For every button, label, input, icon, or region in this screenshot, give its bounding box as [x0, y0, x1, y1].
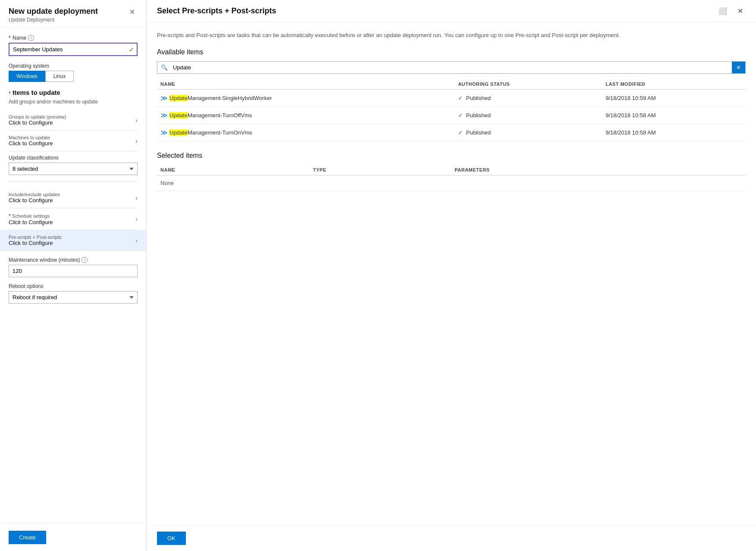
published-check-2: ✓ [458, 112, 463, 119]
schedule-label-text: Schedule settings [12, 213, 50, 219]
classifications-label: Update classifications [9, 155, 138, 161]
name-check-icon: ✓ [129, 46, 134, 53]
search-icon: 🔍 [157, 62, 171, 73]
maximize-button[interactable]: ⬜ [716, 6, 730, 16]
ok-button[interactable]: OK [157, 532, 186, 545]
row1-name: ≫ UpdateManagement-SingleHybridWorker [157, 89, 455, 106]
selected-items-table: NAME TYPE PARAMETERS None [157, 165, 746, 191]
close-right-panel-button[interactable]: ✕ [735, 6, 746, 16]
available-items-tbody: ≫ UpdateManagement-SingleHybridWorker ✓ … [157, 89, 746, 141]
search-bar: 🔍 ✕ [157, 61, 746, 74]
name-label-text: Name [13, 35, 26, 41]
schedule-config-item[interactable]: * Schedule settings Click to Configure › [9, 208, 138, 230]
maintenance-label-text: Maintenance window (minutes) [9, 257, 80, 263]
search-input[interactable] [171, 62, 732, 73]
schedule-label: * Schedule settings [9, 213, 53, 219]
maintenance-input[interactable] [9, 265, 138, 277]
prescripts-config-item[interactable]: Pre-scripts + Post-scripts Click to Conf… [0, 230, 146, 251]
machines-config-item[interactable]: Machines to update Click to Configure › [9, 131, 138, 151]
os-buttons: Windows Linux [9, 71, 138, 82]
col-authoring-header: AUTHORING STATUS [455, 79, 602, 90]
table-row[interactable]: ≫ UpdateManagement-TurnOnVms ✓ Published… [157, 124, 746, 141]
items-section-desc: Add groups and/or machines to update [9, 99, 138, 105]
items-required-star: * [9, 90, 11, 97]
col-name-header: NAME [157, 79, 455, 90]
groups-config-label: Groups to update (preview) [9, 114, 66, 119]
available-items-table: NAME AUTHORING STATUS LAST MODIFIED ≫ Up… [157, 79, 746, 141]
include-exclude-config-item[interactable]: Include/exclude updates Click to Configu… [9, 188, 138, 208]
description-text: Pre-scripts and Post-scripts are tasks t… [157, 31, 746, 40]
selected-col-name-header: NAME [157, 165, 310, 175]
name-required-star: * [9, 34, 11, 41]
table-row[interactable]: ≫ UpdateManagement-SingleHybridWorker ✓ … [157, 89, 746, 106]
panel-subtitle: Update Deployment [9, 17, 98, 23]
reboot-row: Reboot options Reboot if required Always… [9, 283, 138, 304]
published-check-1: ✓ [458, 95, 463, 101]
os-label: Operating system [9, 63, 138, 69]
panel-title: New update deployment [9, 7, 98, 16]
right-header-icons: ⬜ ✕ [716, 6, 746, 16]
row2-modified: 9/18/2018 10:58 AM [602, 106, 746, 124]
maintenance-label: Maintenance window (minutes) i [9, 257, 138, 263]
selected-col-type-header: TYPE [310, 165, 451, 175]
include-exclude-label: Include/exclude updates [9, 192, 60, 197]
machines-config-value: Click to Configure [9, 140, 53, 147]
right-header: Select Pre-scripts + Post-scripts ⬜ ✕ [147, 0, 756, 22]
row3-status: ✓ Published [455, 124, 602, 141]
machines-chevron-icon: › [135, 138, 138, 144]
selected-items-section: Selected items NAME TYPE PARAMETERS None [157, 152, 746, 191]
published-check-3: ✓ [458, 129, 463, 136]
os-windows-button[interactable]: Windows [9, 71, 45, 82]
row1-name-cell: ≫ UpdateManagement-SingleHybridWorker [160, 94, 451, 102]
name-field-label: * Name i [9, 34, 138, 41]
row2-name-text: UpdateManagement-TurnOffVms [169, 112, 252, 119]
left-footer: Create [0, 523, 146, 551]
name-input-wrapper: ✓ [9, 43, 138, 56]
left-header: New update deployment Update Deployment … [0, 0, 146, 28]
maintenance-info-icon[interactable]: i [82, 257, 88, 263]
available-table-header-row: NAME AUTHORING STATUS LAST MODIFIED [157, 79, 746, 90]
classifications-select[interactable]: 8 selected [9, 163, 138, 175]
prescripts-chevron-icon: › [135, 237, 138, 244]
right-panel: Select Pre-scripts + Post-scripts ⬜ ✕ Pr… [147, 0, 756, 551]
schedule-required-star: * [9, 213, 11, 219]
groups-config-text: Groups to update (preview) Click to Conf… [9, 114, 66, 126]
maintenance-row: Maintenance window (minutes) i [9, 257, 138, 277]
name-info-icon[interactable]: i [28, 35, 34, 41]
name-input[interactable] [9, 43, 138, 56]
right-panel-title: Select Pre-scripts + Post-scripts [157, 6, 276, 16]
machines-config-label: Machines to update [9, 135, 53, 140]
os-section: Operating system Windows Linux [9, 63, 138, 82]
close-left-panel-button[interactable]: ✕ [127, 7, 138, 17]
left-header-text: New update deployment Update Deployment [9, 7, 98, 23]
prescripts-text: Pre-scripts + Post-scripts Click to Conf… [9, 235, 62, 246]
left-body: * Name i ✓ Operating system Windows Linu… [0, 28, 146, 523]
os-linux-button[interactable]: Linux [45, 71, 74, 82]
row3-name-text: UpdateManagement-TurnOnVms [169, 129, 252, 136]
prescripts-label: Pre-scripts + Post-scripts [9, 235, 62, 240]
left-panel: New update deployment Update Deployment … [0, 0, 147, 551]
items-section-title: Items to update [13, 89, 60, 96]
right-body: Pre-scripts and Post-scripts are tasks t… [147, 22, 756, 525]
groups-config-item[interactable]: Groups to update (preview) Click to Conf… [9, 110, 138, 131]
name-field-row: * Name i ✓ [9, 34, 138, 56]
row2-name: ≫ UpdateManagement-TurnOffVms [157, 106, 455, 124]
row3-name-cell: ≫ UpdateManagement-TurnOnVms [160, 128, 451, 137]
reboot-select[interactable]: Reboot if required Always reboot Never r… [9, 291, 138, 304]
reboot-label: Reboot options [9, 283, 138, 289]
search-clear-button[interactable]: ✕ [732, 62, 745, 73]
schedule-text: * Schedule settings Click to Configure [9, 213, 53, 225]
selected-none-text: None [157, 175, 746, 191]
include-exclude-chevron-icon: › [135, 194, 138, 201]
selected-none-row: None [157, 175, 746, 191]
row1-name-prefix: UpdateManagement-SingleHybridWorker [169, 95, 272, 101]
row2-status: ✓ Published [455, 106, 602, 124]
selected-items-heading: Selected items [157, 152, 746, 160]
row3-name: ≫ UpdateManagement-TurnOnVms [157, 124, 455, 141]
selected-col-params-header: PARAMETERS [451, 165, 746, 175]
create-button[interactable]: Create [9, 531, 46, 544]
schedule-value: Click to Configure [9, 219, 53, 225]
row2-name-cell: ≫ UpdateManagement-TurnOffVms [160, 111, 451, 119]
table-row[interactable]: ≫ UpdateManagement-TurnOffVms ✓ Publishe… [157, 106, 746, 124]
col-modified-header: LAST MODIFIED [602, 79, 746, 90]
